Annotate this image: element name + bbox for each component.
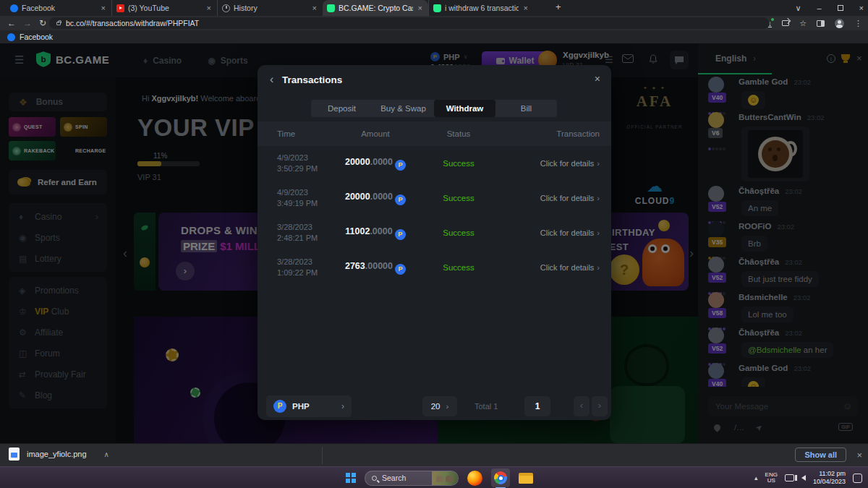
chevron-right-icon: ›: [597, 263, 600, 272]
divider: [322, 447, 323, 464]
downloaded-file-chip[interactable]: image_yfiolc.png ∧: [9, 448, 109, 461]
chrome-icon[interactable]: [491, 468, 510, 487]
table-row: 3/28/20231:09:22 PM 2763.00000P Success …: [258, 250, 611, 285]
tab-close-icon[interactable]: ×: [522, 4, 529, 12]
cell-status: Success: [419, 263, 498, 272]
cell-details-link[interactable]: Click for details›: [498, 228, 611, 237]
taskbar-clock[interactable]: 11:02 pm10/04/2023: [813, 470, 846, 486]
transaction-tab[interactable]: Withdraw: [434, 100, 495, 117]
lock-icon: [56, 22, 61, 25]
column-amount: Amount: [332, 129, 419, 138]
pagination-prev-button[interactable]: ‹: [574, 396, 590, 416]
tab-search-icon[interactable]: ∨: [795, 4, 801, 13]
modal-title: Transactions: [282, 74, 342, 85]
php-coin-icon: P: [395, 194, 406, 205]
side-panel-icon[interactable]: [817, 20, 825, 27]
cell-time: 3/28/20232:48:21 PM: [258, 222, 332, 244]
cell-time: 4/9/20233:49:19 PM: [258, 187, 332, 209]
close-window-button[interactable]: ×: [859, 4, 864, 12]
cell-status: Success: [419, 194, 498, 202]
show-all-downloads-button[interactable]: Show all: [795, 448, 846, 462]
browser-tab[interactable]: Facebook ×: [6, 0, 111, 16]
transaction-tab[interactable]: Bill: [495, 100, 557, 117]
transaction-tabs: Deposit Buy & Swap Withdraw Bill: [311, 100, 557, 117]
minimize-button[interactable]: –: [817, 4, 821, 12]
language-indicator[interactable]: ENGUS: [765, 472, 778, 484]
tab-close-icon[interactable]: ×: [205, 4, 213, 12]
start-button[interactable]: [346, 473, 356, 483]
php-coin-icon: P: [273, 400, 286, 413]
table-header: Time Amount Status Transaction: [258, 121, 611, 146]
tab-label: Bill: [521, 104, 532, 113]
hidden-icons-chevron[interactable]: ▴: [754, 474, 758, 481]
cell-details-link[interactable]: Click for details›: [498, 194, 611, 202]
column-time: Time: [258, 129, 332, 138]
tab-label: Buy & Swap: [380, 104, 426, 113]
transactions-modal: ‹ Transactions × Deposit Buy & Swap With…: [258, 65, 611, 420]
tab-favicon-icon: [10, 4, 18, 12]
notification-center-icon[interactable]: [853, 474, 862, 483]
tab-close-icon[interactable]: ×: [417, 4, 424, 12]
facebook-icon: [7, 33, 15, 41]
search-icon: [372, 476, 377, 481]
pagination-next-button[interactable]: ›: [592, 396, 608, 416]
bookmark-facebook[interactable]: Facebook: [7, 33, 53, 41]
back-button[interactable]: ←: [7, 18, 16, 28]
download-shelf: image_yfiolc.png ∧ Show all ×: [0, 443, 868, 466]
browser-tab[interactable]: i withdraw 6 transaction 3 of the ×: [428, 0, 534, 16]
modal-close-icon[interactable]: ×: [595, 73, 600, 85]
cell-details-link[interactable]: Click for details›: [498, 159, 611, 168]
modal-back-icon[interactable]: ‹: [270, 73, 273, 86]
cell-time: 3/28/20231:09:22 PM: [258, 257, 332, 278]
tab-close-icon[interactable]: ×: [100, 4, 107, 12]
browser-tab[interactable]: (3) YouTube ×: [111, 0, 217, 16]
chevron-right-icon: ›: [597, 159, 600, 168]
current-page-number[interactable]: 1: [524, 396, 550, 416]
download-options-icon[interactable]: ∧: [104, 450, 109, 458]
tab-favicon-icon: [433, 4, 441, 12]
download-shelf-close-icon[interactable]: ×: [856, 450, 862, 461]
reload-button[interactable]: ↻: [39, 18, 46, 28]
new-tab-button[interactable]: +: [551, 1, 566, 12]
tab-label: Withdraw: [446, 104, 484, 113]
chevron-right-icon: ›: [597, 228, 600, 237]
file-explorer-icon[interactable]: [519, 473, 533, 484]
transaction-tab[interactable]: Buy & Swap: [373, 100, 434, 117]
system-tray: ▴ ENGUS 11:02 pm10/04/2023: [754, 467, 862, 488]
display-icon[interactable]: [785, 474, 794, 481]
currency-filter-label: PHP: [292, 402, 336, 411]
php-coin-icon: P: [395, 264, 406, 275]
page-size-selector[interactable]: 20 ›: [422, 396, 457, 416]
transaction-tab[interactable]: Deposit: [311, 100, 373, 117]
browser-tab[interactable]: BC.GAME: Crypto Casino Games ×: [323, 0, 428, 16]
restore-button[interactable]: [838, 5, 843, 11]
transactions-table: 4/9/20233:50:29 PM 20000.0000P Success C…: [258, 146, 611, 285]
tab-close-icon[interactable]: ×: [311, 4, 318, 12]
downloads-icon[interactable]: ↓: [768, 20, 773, 27]
address-bar[interactable]: bc.co/#/transactions/withdraw/PHPFIAT: [49, 17, 769, 29]
table-row: 3/28/20232:48:21 PM 11002.0000P Success …: [258, 215, 611, 250]
modal-footer: P PHP › 20 › Total 1 1 ‹ ›: [258, 394, 611, 420]
bookmarks-bar: Facebook: [0, 30, 868, 43]
firefox-icon[interactable]: [467, 471, 482, 486]
windows-taskbar: Search ▴ ENGUS 11:02 pm10/04/2023: [0, 466, 868, 488]
url-text: bc.co/#/transactions/withdraw/PHPFIAT: [66, 19, 199, 27]
browser-toolbar: ← → ↻ bc.co/#/transactions/withdraw/PHPF…: [0, 16, 868, 30]
bookmark-label: Facebook: [20, 33, 53, 41]
tab-title: History: [234, 4, 307, 12]
currency-filter-dropdown[interactable]: P PHP ›: [266, 395, 352, 417]
bookmark-star-icon[interactable]: ☆: [799, 19, 807, 28]
browser-tab[interactable]: History ×: [217, 0, 323, 16]
share-icon[interactable]: [782, 20, 789, 26]
speaker-icon[interactable]: [801, 475, 806, 481]
tab-label: Deposit: [328, 104, 356, 113]
profile-avatar-icon[interactable]: [835, 19, 844, 28]
chevron-right-icon: ›: [446, 402, 448, 411]
cell-time: 4/9/20233:50:29 PM: [258, 153, 332, 174]
cell-details-link[interactable]: Click for details›: [498, 263, 611, 272]
taskbar-search-box[interactable]: Search: [365, 471, 459, 486]
browser-menu-icon[interactable]: ⋮: [854, 19, 862, 28]
php-coin-icon: P: [395, 229, 406, 240]
forward-button[interactable]: →: [23, 18, 32, 28]
column-transaction: Transaction: [498, 129, 611, 138]
